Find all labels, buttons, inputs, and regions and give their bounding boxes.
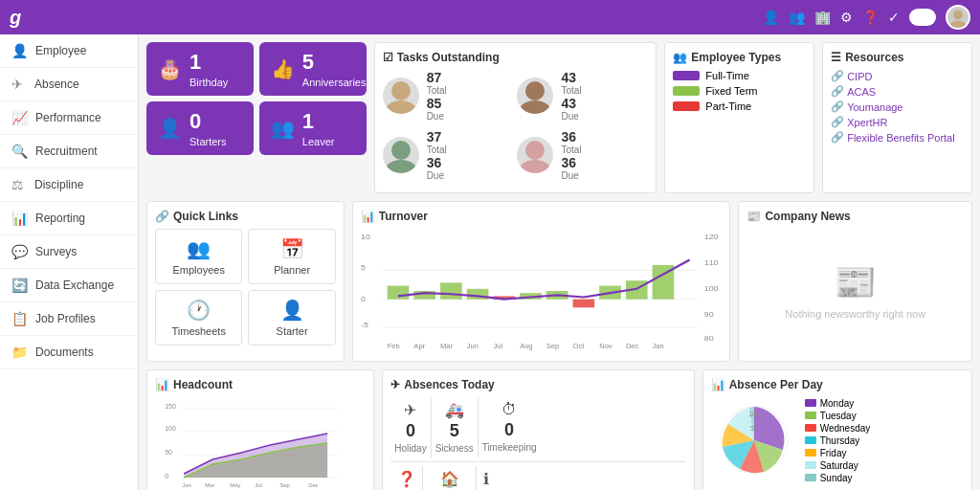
absences-grid: ✈ 0 Holiday 🚑 5 Sickness ⏱ 0 Timekeep — [390, 397, 685, 457]
quick-link-timesheets[interactable]: 🕐 Timesheets — [155, 290, 242, 345]
resources-card: ☰ Resources 🔗 CIPD 🔗 ACAS 🔗 Youmanage — [822, 42, 972, 193]
check-icon[interactable]: ✓ — [888, 10, 900, 25]
discipline-icon: ⚖ — [11, 177, 27, 192]
team-icon[interactable]: 👥 — [789, 10, 805, 25]
help-icon[interactable]: ❓ — [862, 10, 879, 25]
svg-text:150: 150 — [165, 403, 176, 410]
main-layout: 👤 Employee ✈ Absence 📈 Performance 🔍 Rec… — [0, 34, 980, 490]
absence-sickness: 🚑 5 Sickness — [432, 397, 478, 457]
company-news-card: 📰 Company News 📰 Nothing newsworthy righ… — [738, 201, 972, 362]
sidebar-item-documents[interactable]: 📁 Documents — [0, 336, 138, 369]
employee-icon: 👤 — [11, 43, 28, 58]
external-link-icon-youmanage: 🔗 — [831, 100, 844, 113]
svg-text:Nov: Nov — [599, 343, 612, 348]
svg-text:Dec: Dec — [626, 343, 639, 348]
turnover-title: 📊 Turnover — [361, 210, 723, 223]
sidebar-item-surveys[interactable]: 💬 Surveys — [0, 235, 138, 269]
turnover-chart: 10 5 0 -5 120 110 100 90 80 — [361, 229, 723, 353]
svg-point-1 — [950, 20, 967, 28]
birthday-label: Birthday — [189, 77, 228, 88]
employee-types-legend: Full-Time Fixed Term Part-Time — [673, 70, 806, 112]
turnover-icon: 📊 — [361, 210, 375, 223]
pie-legend-sunday: Sunday — [805, 473, 871, 483]
pie-color-thursday — [805, 436, 816, 444]
org-icon[interactable]: 🏢 — [814, 10, 831, 25]
leaver-icon: 👥 — [271, 117, 295, 140]
news-placeholder: 📰 Nothing newsworthy right now — [746, 229, 964, 353]
leaver-value: 1 — [302, 109, 335, 134]
notification-badge[interactable]: 87 — [909, 9, 936, 26]
timesheets-btn-icon: 🕐 — [187, 299, 211, 322]
absence-nonoffice: 🏠 0 Non Office — [423, 466, 476, 490]
svg-text:Mar: Mar — [440, 343, 454, 348]
data-exchange-icon: 🔄 — [11, 278, 28, 293]
svg-rect-24 — [440, 282, 462, 299]
anniversaries-label: Anniversaries — [302, 77, 367, 88]
headcount-svg: 150 100 50 0 — [155, 397, 366, 490]
quick-link-planner[interactable]: 📅 Planner — [248, 229, 335, 284]
quick-link-employees[interactable]: 👥 Employees — [155, 229, 242, 284]
resource-youmanage[interactable]: 🔗 Youmanage — [831, 100, 964, 113]
settings-icon[interactable]: ⚙ — [840, 10, 853, 25]
svg-text:Jun: Jun — [467, 343, 479, 348]
svg-text:May: May — [230, 482, 240, 488]
birthday-stat: 🎂 1 Birthday — [146, 42, 254, 96]
svg-text:10: 10 — [361, 233, 370, 240]
leaver-label: Leaver — [302, 136, 335, 147]
pie-color-saturday — [805, 461, 816, 469]
svg-point-8 — [525, 141, 545, 160]
anniversaries-value: 5 — [302, 50, 367, 75]
task-nums-2: 43 Total 43 Due — [561, 70, 581, 122]
pie-legend-monday: Monday — [805, 398, 871, 409]
svg-point-4 — [525, 81, 545, 100]
resource-acas[interactable]: 🔗 ACAS — [831, 85, 964, 98]
sickness-icon: 🚑 — [445, 401, 464, 419]
resource-cipd[interactable]: 🔗 CIPD — [831, 70, 964, 82]
resource-xperthr[interactable]: 🔗 XpertHR — [831, 116, 964, 128]
headcount-title: 📊 Headcount — [155, 378, 366, 391]
external-link-icon-cipd: 🔗 — [831, 70, 844, 82]
svg-text:Feb: Feb — [388, 343, 400, 348]
planner-btn-icon: 📅 — [280, 237, 304, 260]
sidebar-item-absence[interactable]: ✈ Absence — [0, 68, 138, 101]
svg-text:0: 0 — [361, 295, 366, 302]
legend-color-fixedterm — [673, 86, 700, 96]
reporting-icon: 📊 — [11, 211, 28, 226]
svg-text:Mar: Mar — [205, 482, 214, 488]
sidebar-item-job-profiles[interactable]: 📋 Job Profiles — [0, 302, 138, 336]
svg-text:Sep: Sep — [546, 343, 560, 349]
svg-text:Jul: Jul — [493, 343, 502, 348]
user-avatar[interactable] — [946, 5, 970, 30]
task-row-3: 37 Total 36 Due — [383, 129, 514, 181]
task-row-2: 43 Total 43 Due — [517, 70, 648, 122]
starters-value: 0 — [189, 109, 227, 134]
starters-icon: 👤 — [158, 117, 182, 140]
pie-legend-saturday: Saturday — [805, 460, 871, 471]
headcount-icon: 📊 — [155, 378, 169, 391]
top-nav: g 👤 👥 🏢 ⚙ ❓ ✓ 87 — [0, 0, 980, 34]
quick-link-starter[interactable]: 👤 Starter — [248, 290, 335, 345]
sidebar-item-employee[interactable]: 👤 Employee — [0, 34, 138, 68]
sidebar-item-data-exchange[interactable]: 🔄 Data Exchange — [0, 269, 138, 302]
sidebar-item-performance[interactable]: 📈 Performance — [0, 101, 138, 135]
sidebar-item-reporting[interactable]: 📊 Reporting — [0, 202, 138, 235]
svg-text:50: 50 — [750, 425, 758, 432]
legend-fixedterm: Fixed Term — [673, 85, 806, 97]
row-2: 🔗 Quick Links 👥 Employees 📅 Planner 🕐 Ti… — [146, 201, 972, 362]
employee-types-card: 👥 Employee Types Full-Time Fixed Term Pa… — [664, 42, 814, 193]
svg-rect-29 — [572, 300, 594, 308]
dashboard-content: 🎂 1 Birthday 👍 5 Anniversaries — [139, 34, 980, 490]
svg-text:Jul: Jul — [255, 482, 262, 488]
task-nums-3: 37 Total 36 Due — [427, 129, 447, 181]
absence-other: ❓ 0 Other — [390, 466, 422, 490]
sidebar-item-discipline[interactable]: ⚖ Discipline — [0, 168, 138, 202]
anniversaries-stat: 👍 5 Anniversaries — [259, 42, 367, 96]
legend-fulltime: Full-Time — [673, 70, 806, 81]
birthday-icon: 🎂 — [158, 57, 182, 80]
svg-point-7 — [386, 160, 416, 173]
sidebar-item-recruitment[interactable]: 🔍 Recruitment — [0, 135, 138, 168]
svg-text:Aug: Aug — [520, 343, 533, 349]
pie-color-friday — [805, 449, 816, 457]
person-icon[interactable]: 👤 — [763, 10, 779, 25]
resource-flexible[interactable]: 🔗 Flexible Benefits Portal — [831, 131, 964, 144]
